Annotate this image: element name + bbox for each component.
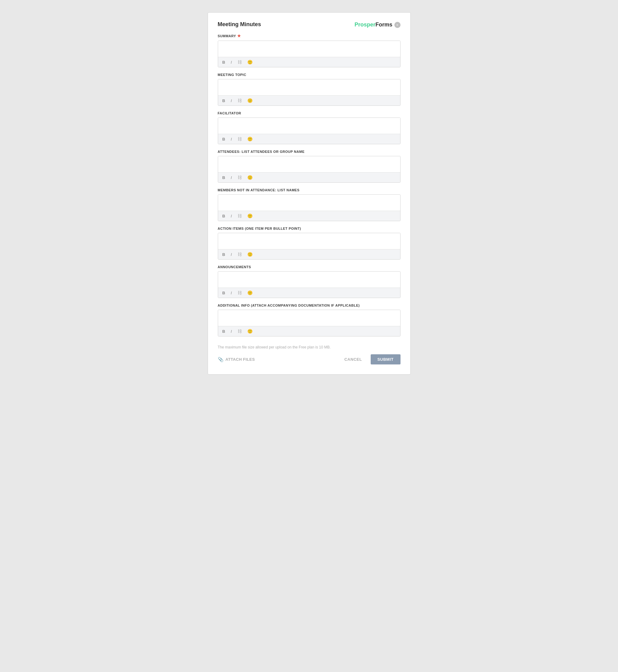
field-attendees: ATTENDEES: LIST ATTENDEES OR GROUP NAME …	[218, 150, 401, 183]
footer-actions: 📎 ATTACH FILES CANCEL SUBMIT	[218, 354, 401, 364]
action-items-input[interactable]	[218, 233, 400, 249]
emoji-button-attendees[interactable]: 🙂	[246, 175, 254, 181]
close-button[interactable]: ×	[394, 22, 401, 28]
label-announcements: ANNOUNCEMENTS	[218, 265, 401, 269]
emoji-button-announcements[interactable]: 🙂	[246, 290, 254, 296]
cancel-button[interactable]: CANCEL	[339, 355, 367, 364]
link-button-additional-info[interactable]: ⛓	[236, 328, 243, 334]
meeting-topic-input[interactable]	[218, 79, 400, 95]
label-attendees: ATTENDEES: LIST ATTENDEES OR GROUP NAME	[218, 150, 401, 153]
toolbar-additional-info: B I ⛓ 🙂	[218, 326, 400, 336]
editor-action-items: B I ⛓ 🙂	[218, 233, 401, 259]
field-meeting-topic: MEETING TOPIC B I ⛓ 🙂	[218, 73, 401, 106]
toolbar-attendees: B I ⛓ 🙂	[218, 172, 400, 183]
label-additional-info: ADDITIONAL INFO (ATTACH ACCOMPANYING DOC…	[218, 304, 401, 307]
label-meeting-topic: MEETING TOPIC	[218, 73, 401, 77]
link-button-action-items[interactable]: ⛓	[236, 251, 243, 257]
editor-facilitator: B I ⛓ 🙂	[218, 117, 401, 144]
emoji-button-action-items[interactable]: 🙂	[246, 251, 254, 257]
toolbar-meeting-topic: B I ⛓ 🙂	[218, 95, 400, 106]
field-members-not-in-attendance: MEMBERS NOT IN ATTENDANCE: LIST NAMES B …	[218, 188, 401, 221]
link-button-facilitator[interactable]: ⛓	[236, 136, 243, 142]
link-button-announcements[interactable]: ⛓	[236, 290, 243, 296]
bold-button-additional-info[interactable]: B	[221, 328, 226, 334]
italic-button-facilitator[interactable]: I	[229, 136, 233, 142]
italic-button-meeting-topic[interactable]: I	[229, 98, 233, 104]
submit-button[interactable]: SUBMIT	[371, 354, 401, 364]
emoji-button-facilitator[interactable]: 🙂	[246, 136, 254, 142]
field-additional-info: ADDITIONAL INFO (ATTACH ACCOMPANYING DOC…	[218, 304, 401, 336]
label-summary: SUMMARY ★	[218, 33, 401, 38]
form-container: Meeting Minutes Prosper Forms × SUMMARY …	[208, 12, 411, 374]
field-announcements: ANNOUNCEMENTS B I ⛓ 🙂	[218, 265, 401, 298]
italic-button-summary[interactable]: I	[229, 60, 233, 65]
logo-forms: Forms	[375, 21, 392, 28]
italic-button-additional-info[interactable]: I	[229, 328, 233, 334]
attendees-input[interactable]	[218, 156, 400, 172]
additional-info-input[interactable]	[218, 310, 400, 326]
editor-announcements: B I ⛓ 🙂	[218, 271, 401, 298]
italic-button-members[interactable]: I	[229, 213, 233, 219]
field-action-items: ACTION ITEMS (ONE ITEM PER BULLET POINT)…	[218, 227, 401, 259]
italic-button-action-items[interactable]: I	[229, 251, 233, 257]
logo-prosper: Prosper	[354, 21, 375, 28]
emoji-button-meeting-topic[interactable]: 🙂	[246, 98, 254, 104]
editor-attendees: B I ⛓ 🙂	[218, 156, 401, 183]
bold-button-action-items[interactable]: B	[221, 251, 226, 257]
summary-input[interactable]	[218, 41, 400, 57]
bold-button-meeting-topic[interactable]: B	[221, 98, 226, 104]
file-size-note: The maximum file size allowed per upload…	[218, 345, 401, 349]
bold-button-summary[interactable]: B	[221, 60, 226, 65]
toolbar-facilitator: B I ⛓ 🙂	[218, 134, 400, 144]
italic-button-announcements[interactable]: I	[229, 290, 233, 296]
link-button-members[interactable]: ⛓	[236, 213, 243, 219]
editor-meeting-topic: B I ⛓ 🙂	[218, 79, 401, 106]
form-header: Meeting Minutes Prosper Forms ×	[218, 21, 401, 28]
toolbar-action-items: B I ⛓ 🙂	[218, 249, 400, 259]
emoji-button-summary[interactable]: 🙂	[246, 59, 254, 65]
label-action-items: ACTION ITEMS (ONE ITEM PER BULLET POINT)	[218, 227, 401, 230]
editor-additional-info: B I ⛓ 🙂	[218, 310, 401, 336]
italic-button-attendees[interactable]: I	[229, 175, 233, 181]
announcements-input[interactable]	[218, 271, 400, 288]
editor-members-not-in-attendance: B I ⛓ 🙂	[218, 194, 401, 221]
bold-button-attendees[interactable]: B	[221, 175, 226, 181]
field-summary: SUMMARY ★ B I ⛓ 🙂	[218, 33, 401, 67]
emoji-button-members[interactable]: 🙂	[246, 213, 254, 219]
link-button-attendees[interactable]: ⛓	[236, 175, 243, 181]
bold-button-members[interactable]: B	[221, 213, 226, 219]
label-members-not-in-attendance: MEMBERS NOT IN ATTENDANCE: LIST NAMES	[218, 188, 401, 192]
link-button-summary[interactable]: ⛓	[236, 59, 243, 65]
required-indicator: ★	[237, 33, 241, 38]
paperclip-icon: 📎	[218, 357, 224, 362]
logo-container: Prosper Forms ×	[354, 21, 400, 28]
editor-summary: B I ⛓ 🙂	[218, 40, 401, 67]
toolbar-members-not-in-attendance: B I ⛓ 🙂	[218, 211, 400, 221]
emoji-button-additional-info[interactable]: 🙂	[246, 328, 254, 334]
form-title: Meeting Minutes	[218, 21, 261, 28]
facilitator-input[interactable]	[218, 118, 400, 134]
footer-right-buttons: CANCEL SUBMIT	[339, 354, 400, 364]
form-title-block: Meeting Minutes	[218, 21, 261, 28]
attach-files-label: ATTACH FILES	[225, 357, 255, 362]
bold-button-announcements[interactable]: B	[221, 290, 226, 296]
toolbar-summary: B I ⛓ 🙂	[218, 57, 400, 67]
toolbar-announcements: B I ⛓ 🙂	[218, 288, 400, 298]
field-facilitator: FACILITATOR B I ⛓ 🙂	[218, 111, 401, 144]
attach-files-button[interactable]: 📎 ATTACH FILES	[218, 357, 255, 362]
form-footer: The maximum file size allowed per upload…	[218, 345, 401, 364]
members-not-in-attendance-input[interactable]	[218, 195, 400, 211]
link-button-meeting-topic[interactable]: ⛓	[236, 98, 243, 104]
bold-button-facilitator[interactable]: B	[221, 136, 226, 142]
label-facilitator: FACILITATOR	[218, 111, 401, 115]
